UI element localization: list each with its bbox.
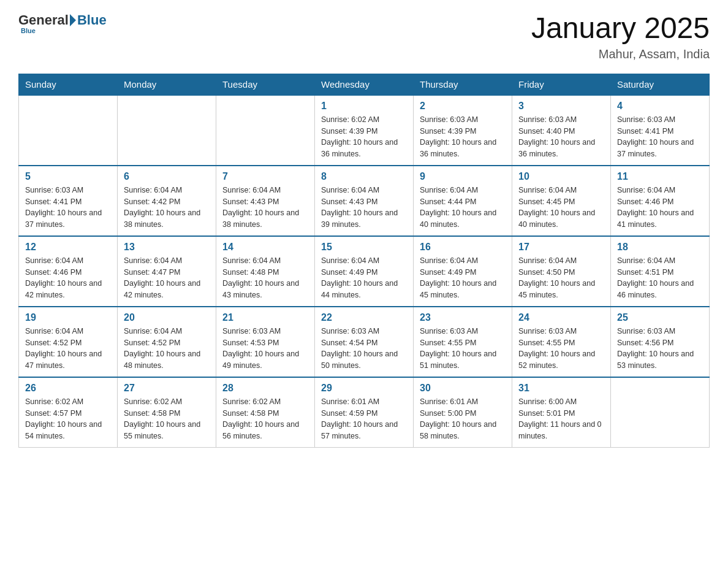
calendar-cell: 31Sunrise: 6:00 AMSunset: 5:01 PMDayligh…: [512, 377, 611, 448]
logo: General Blue Blue: [18, 12, 107, 34]
calendar-cell: [118, 95, 216, 166]
day-info: Sunrise: 6:04 AMSunset: 4:46 PMDaylight:…: [617, 185, 703, 231]
calendar-cell: [611, 377, 710, 448]
calendar-cell: 12Sunrise: 6:04 AMSunset: 4:46 PMDayligh…: [19, 236, 118, 307]
day-number: 3: [518, 101, 604, 112]
day-number: 5: [25, 171, 111, 182]
calendar-cell: 11Sunrise: 6:04 AMSunset: 4:46 PMDayligh…: [611, 166, 710, 236]
calendar-table: SundayMondayTuesdayWednesdayThursdayFrid…: [18, 74, 710, 448]
week-row-5: 26Sunrise: 6:02 AMSunset: 4:57 PMDayligh…: [19, 377, 710, 448]
calendar-cell: 29Sunrise: 6:01 AMSunset: 4:59 PMDayligh…: [315, 377, 414, 448]
day-info: Sunrise: 6:04 AMSunset: 4:49 PMDaylight:…: [420, 255, 506, 301]
logo-subtitle: Blue: [21, 27, 36, 34]
day-number: 11: [617, 171, 703, 182]
day-info: Sunrise: 6:03 AMSunset: 4:53 PMDaylight:…: [222, 326, 308, 372]
day-info: Sunrise: 6:01 AMSunset: 5:00 PMDaylight:…: [420, 396, 506, 442]
day-info: Sunrise: 6:03 AMSunset: 4:41 PMDaylight:…: [617, 114, 703, 160]
calendar-cell: 5Sunrise: 6:03 AMSunset: 4:41 PMDaylight…: [19, 166, 118, 236]
calendar-cell: 30Sunrise: 6:01 AMSunset: 5:00 PMDayligh…: [414, 377, 512, 448]
day-number: 31: [518, 383, 604, 394]
day-info: Sunrise: 6:02 AMSunset: 4:39 PMDaylight:…: [321, 114, 407, 160]
day-info: Sunrise: 6:04 AMSunset: 4:52 PMDaylight:…: [25, 326, 111, 372]
calendar-cell: 21Sunrise: 6:03 AMSunset: 4:53 PMDayligh…: [216, 307, 315, 377]
day-info: Sunrise: 6:04 AMSunset: 4:47 PMDaylight:…: [124, 255, 210, 301]
day-number: 20: [124, 312, 210, 323]
day-number: 6: [124, 171, 210, 182]
day-number: 27: [124, 383, 210, 394]
day-number: 30: [420, 383, 506, 394]
calendar-cell: [216, 95, 315, 166]
column-header-wednesday: Wednesday: [315, 74, 414, 95]
day-number: 19: [25, 312, 111, 323]
day-number: 16: [420, 242, 506, 253]
month-title: January 2025: [531, 12, 710, 45]
week-row-1: 1Sunrise: 6:02 AMSunset: 4:39 PMDaylight…: [19, 95, 710, 166]
day-number: 18: [617, 242, 703, 253]
column-header-monday: Monday: [118, 74, 216, 95]
day-number: 9: [420, 171, 506, 182]
day-number: 8: [321, 171, 407, 182]
day-number: 1: [321, 101, 407, 112]
calendar-cell: 23Sunrise: 6:03 AMSunset: 4:55 PMDayligh…: [414, 307, 512, 377]
calendar-cell: 19Sunrise: 6:04 AMSunset: 4:52 PMDayligh…: [19, 307, 118, 377]
page-header: General Blue Blue January 2025 Mahur, As…: [18, 12, 710, 61]
day-number: 25: [617, 312, 703, 323]
calendar-cell: 1Sunrise: 6:02 AMSunset: 4:39 PMDaylight…: [315, 95, 414, 166]
week-row-3: 12Sunrise: 6:04 AMSunset: 4:46 PMDayligh…: [19, 236, 710, 307]
day-number: 7: [222, 171, 308, 182]
day-number: 23: [420, 312, 506, 323]
day-number: 10: [518, 171, 604, 182]
day-number: 2: [420, 101, 506, 112]
day-info: Sunrise: 6:04 AMSunset: 4:43 PMDaylight:…: [321, 185, 407, 231]
column-header-saturday: Saturday: [611, 74, 710, 95]
calendar-cell: 10Sunrise: 6:04 AMSunset: 4:45 PMDayligh…: [512, 166, 611, 236]
column-header-friday: Friday: [512, 74, 611, 95]
day-number: 21: [222, 312, 308, 323]
calendar-cell: 27Sunrise: 6:02 AMSunset: 4:58 PMDayligh…: [118, 377, 216, 448]
day-info: Sunrise: 6:04 AMSunset: 4:46 PMDaylight:…: [25, 255, 111, 301]
day-info: Sunrise: 6:04 AMSunset: 4:51 PMDaylight:…: [617, 255, 703, 301]
location-label: Mahur, Assam, India: [531, 47, 710, 61]
day-info: Sunrise: 6:04 AMSunset: 4:45 PMDaylight:…: [518, 185, 604, 231]
day-info: Sunrise: 6:01 AMSunset: 4:59 PMDaylight:…: [321, 396, 407, 442]
day-info: Sunrise: 6:04 AMSunset: 4:50 PMDaylight:…: [518, 255, 604, 301]
day-info: Sunrise: 6:02 AMSunset: 4:58 PMDaylight:…: [222, 396, 308, 442]
column-header-thursday: Thursday: [414, 74, 512, 95]
calendar-cell: 26Sunrise: 6:02 AMSunset: 4:57 PMDayligh…: [19, 377, 118, 448]
day-info: Sunrise: 6:00 AMSunset: 5:01 PMDaylight:…: [518, 396, 604, 442]
day-info: Sunrise: 6:02 AMSunset: 4:57 PMDaylight:…: [25, 396, 111, 442]
logo-arrow-icon: [70, 14, 76, 26]
week-row-4: 19Sunrise: 6:04 AMSunset: 4:52 PMDayligh…: [19, 307, 710, 377]
calendar-cell: 13Sunrise: 6:04 AMSunset: 4:47 PMDayligh…: [118, 236, 216, 307]
day-number: 26: [25, 383, 111, 394]
day-info: Sunrise: 6:03 AMSunset: 4:54 PMDaylight:…: [321, 326, 407, 372]
day-info: Sunrise: 6:03 AMSunset: 4:41 PMDaylight:…: [25, 185, 111, 231]
day-info: Sunrise: 6:04 AMSunset: 4:49 PMDaylight:…: [321, 255, 407, 301]
day-number: 22: [321, 312, 407, 323]
calendar-cell: 22Sunrise: 6:03 AMSunset: 4:54 PMDayligh…: [315, 307, 414, 377]
day-number: 14: [222, 242, 308, 253]
calendar-cell: 17Sunrise: 6:04 AMSunset: 4:50 PMDayligh…: [512, 236, 611, 307]
calendar-cell: 7Sunrise: 6:04 AMSunset: 4:43 PMDaylight…: [216, 166, 315, 236]
day-info: Sunrise: 6:04 AMSunset: 4:44 PMDaylight:…: [420, 185, 506, 231]
calendar-cell: 24Sunrise: 6:03 AMSunset: 4:55 PMDayligh…: [512, 307, 611, 377]
day-number: 4: [617, 101, 703, 112]
header-row: SundayMondayTuesdayWednesdayThursdayFrid…: [19, 74, 710, 95]
calendar-cell: 16Sunrise: 6:04 AMSunset: 4:49 PMDayligh…: [414, 236, 512, 307]
day-number: 24: [518, 312, 604, 323]
day-number: 17: [518, 242, 604, 253]
day-number: 28: [222, 383, 308, 394]
week-row-2: 5Sunrise: 6:03 AMSunset: 4:41 PMDaylight…: [19, 166, 710, 236]
day-info: Sunrise: 6:03 AMSunset: 4:55 PMDaylight:…: [518, 326, 604, 372]
calendar-cell: 6Sunrise: 6:04 AMSunset: 4:42 PMDaylight…: [118, 166, 216, 236]
calendar-cell: 18Sunrise: 6:04 AMSunset: 4:51 PMDayligh…: [611, 236, 710, 307]
day-info: Sunrise: 6:04 AMSunset: 4:48 PMDaylight:…: [222, 255, 308, 301]
calendar-cell: 4Sunrise: 6:03 AMSunset: 4:41 PMDaylight…: [611, 95, 710, 166]
calendar-cell: 9Sunrise: 6:04 AMSunset: 4:44 PMDaylight…: [414, 166, 512, 236]
day-info: Sunrise: 6:03 AMSunset: 4:39 PMDaylight:…: [420, 114, 506, 160]
day-info: Sunrise: 6:04 AMSunset: 4:43 PMDaylight:…: [222, 185, 308, 231]
calendar-cell: 15Sunrise: 6:04 AMSunset: 4:49 PMDayligh…: [315, 236, 414, 307]
day-info: Sunrise: 6:04 AMSunset: 4:42 PMDaylight:…: [124, 185, 210, 231]
day-info: Sunrise: 6:04 AMSunset: 4:52 PMDaylight:…: [124, 326, 210, 372]
logo-blue-text: Blue: [77, 12, 107, 28]
